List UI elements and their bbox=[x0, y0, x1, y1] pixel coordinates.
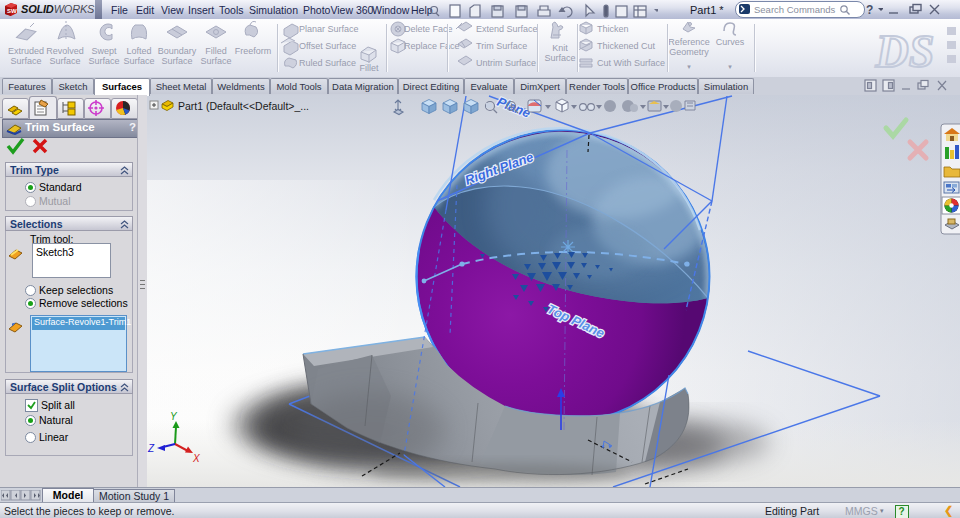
svg-text:Replace Face: Replace Face bbox=[404, 41, 460, 51]
svg-text:Z: Z bbox=[147, 443, 155, 454]
svg-text:Cut With Surface: Cut With Surface bbox=[597, 58, 665, 68]
svg-text:X: X bbox=[192, 453, 200, 464]
svg-text:SW: SW bbox=[7, 8, 17, 14]
svg-text:DS: DS bbox=[875, 26, 935, 77]
svg-text:Curves: Curves bbox=[716, 37, 745, 47]
svg-text:Knit: Knit bbox=[552, 43, 568, 53]
svg-text:Offset Surface: Offset Surface bbox=[299, 41, 356, 51]
svg-text:Trim Surface: Trim Surface bbox=[476, 41, 527, 51]
svg-text:Reference: Reference bbox=[668, 37, 710, 47]
svg-text:Surface: Surface bbox=[544, 53, 575, 63]
svg-text:Extend Surface: Extend Surface bbox=[476, 24, 538, 34]
svg-text:?: ? bbox=[866, 3, 873, 16]
svg-text:Fillet: Fillet bbox=[359, 63, 379, 73]
svg-text:Thickened Cut: Thickened Cut bbox=[597, 41, 656, 51]
svg-text:Ruled Surface: Ruled Surface bbox=[299, 58, 356, 68]
svg-text:▾: ▾ bbox=[687, 63, 691, 70]
svg-text:Thicken: Thicken bbox=[597, 24, 629, 34]
svg-text:▾: ▾ bbox=[728, 63, 732, 70]
svg-text:Delete Face: Delete Face bbox=[404, 24, 453, 34]
svg-text:Geometry: Geometry bbox=[669, 47, 709, 57]
svg-text:Part1 (Default<<Default>_...: Part1 (Default<<Default>_... bbox=[178, 100, 309, 112]
svg-text:Untrim Surface: Untrim Surface bbox=[476, 58, 536, 68]
svg-text:Planar Surface: Planar Surface bbox=[299, 24, 359, 34]
